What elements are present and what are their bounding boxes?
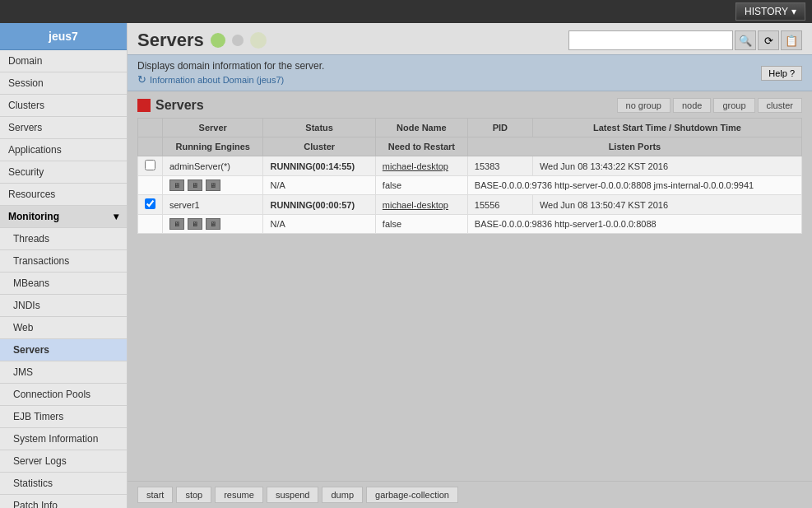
sidebar-item-connection-pools[interactable]: Connection Pools xyxy=(0,384,127,406)
th-status: Status xyxy=(263,119,375,137)
action-stop[interactable]: stop xyxy=(176,487,211,503)
action-dump[interactable]: dump xyxy=(322,487,363,503)
engine-icon-2: 🖥 xyxy=(188,179,202,191)
row2-start-time: Wed Jun 08 13:50:47 KST 2016 xyxy=(532,195,801,215)
engine-icon-1: 🖥 xyxy=(169,179,184,191)
sidebar-item-session[interactable]: Session xyxy=(0,72,127,95)
sidebar-item-jndis[interactable]: JNDIs xyxy=(0,295,127,317)
row1-pid: 15383 xyxy=(467,156,532,176)
help-button[interactable]: Help ? xyxy=(761,66,802,81)
row1-sub-empty xyxy=(138,176,163,195)
sidebar-title: jeus7 xyxy=(0,23,127,50)
row1-status: RUNNING(00:14:55) xyxy=(263,156,375,176)
row1-checkbox[interactable] xyxy=(145,160,155,170)
row2-checkbox[interactable] xyxy=(145,198,155,209)
filter-buttons: no group node group cluster xyxy=(617,98,802,113)
sidebar-item-system-info[interactable]: System Information xyxy=(0,428,127,450)
section-title: Servers xyxy=(137,98,204,113)
engine-icon-3: 🖥 xyxy=(206,179,220,191)
engine-icon-4: 🖥 xyxy=(169,218,184,230)
sidebar-item-clusters[interactable]: Clusters xyxy=(0,95,127,117)
th-pid: PID xyxy=(467,119,532,137)
sidebar-item-ejb-timers[interactable]: EJB Timers xyxy=(0,406,127,428)
help-label: Help xyxy=(768,68,787,78)
info-bar-content: Displays domain information for the serv… xyxy=(137,60,324,86)
filter-no-group[interactable]: no group xyxy=(617,98,670,113)
decoration-dot-green xyxy=(211,33,225,48)
row1-node[interactable]: michael-desktop xyxy=(375,156,467,176)
table-row-sub: 🖥 🖥 🖥 N/A false BASE-0.0.0.0:9836 http-s… xyxy=(138,215,802,234)
refresh-icon: ↻ xyxy=(137,73,146,86)
history-button[interactable]: HISTORY ▾ xyxy=(735,2,805,21)
sidebar-item-servers-mon[interactable]: Servers xyxy=(0,339,127,361)
row2-checkbox-cell[interactable] xyxy=(138,195,163,215)
export-button[interactable]: 📋 xyxy=(781,30,802,50)
row2-need-restart: false xyxy=(375,215,467,234)
header-decorations xyxy=(211,32,267,49)
sidebar-item-mbeans[interactable]: MBeans xyxy=(0,273,127,295)
refresh-button[interactable]: ⟳ xyxy=(758,30,779,50)
section-title-text: Servers xyxy=(155,98,204,113)
table-area: Servers no group node group cluster Serv… xyxy=(128,91,812,481)
refresh-text: Information about Domain (jeus7) xyxy=(150,75,284,85)
sidebar-item-transactions[interactable]: Transactions xyxy=(0,250,127,273)
row2-server: server1 xyxy=(163,195,263,215)
th-listen-ports: Listen Ports xyxy=(467,137,801,156)
th-need-restart: Need to Restart xyxy=(375,137,467,156)
row1-checkbox-cell[interactable] xyxy=(138,156,163,176)
action-suspend[interactable]: suspend xyxy=(267,487,319,503)
info-bar-text: Displays domain information for the serv… xyxy=(137,60,324,72)
action-resume[interactable]: resume xyxy=(215,487,263,503)
filter-cluster[interactable]: cluster xyxy=(758,98,802,113)
section-title-bar: Servers no group node group cluster xyxy=(137,98,802,113)
row2-sub-empty xyxy=(138,215,163,234)
sidebar-item-servers[interactable]: Servers xyxy=(0,117,127,139)
action-garbage-collection[interactable]: garbage-collection xyxy=(366,487,458,503)
sidebar-item-web[interactable]: Web xyxy=(0,317,127,339)
page-title-area: Servers xyxy=(137,30,267,51)
row1-server: adminServer(*) xyxy=(163,156,263,176)
row1-engine-icons: 🖥 🖥 🖥 xyxy=(169,179,256,191)
th-node-name: Node Name xyxy=(375,119,467,137)
row2-engine-icons: 🖥 🖥 🖥 xyxy=(169,218,256,230)
monitoring-arrow: ▾ xyxy=(114,211,118,222)
action-start[interactable]: start xyxy=(137,487,173,503)
monitoring-label: Monitoring xyxy=(8,211,59,222)
filter-node[interactable]: node xyxy=(673,98,711,113)
sidebar-item-security[interactable]: Security xyxy=(0,161,127,184)
th-sub-empty xyxy=(138,137,163,156)
section-icon xyxy=(137,99,151,112)
page-title: Servers xyxy=(137,30,204,51)
sidebar-item-domain[interactable]: Domain xyxy=(0,50,127,72)
search-input[interactable] xyxy=(568,30,733,50)
th-start-time: Latest Start Time / Shutdown Time xyxy=(532,119,801,137)
th-checkbox xyxy=(138,119,163,137)
sidebar-item-patch-info[interactable]: Patch Info xyxy=(0,495,127,508)
row2-listen-ports: BASE-0.0.0.0:9836 http-server1-0.0.0.0:8… xyxy=(467,215,801,234)
engine-icon-6: 🖥 xyxy=(206,218,220,230)
filter-group[interactable]: group xyxy=(713,98,754,113)
sidebar-item-server-logs[interactable]: Server Logs xyxy=(0,450,127,473)
row2-node[interactable]: michael-desktop xyxy=(375,195,467,215)
monitoring-header[interactable]: Monitoring ▾ xyxy=(0,206,127,228)
history-label: HISTORY xyxy=(745,6,788,17)
sidebar-item-resources[interactable]: Resources xyxy=(0,184,127,206)
help-area: Help ? xyxy=(761,66,802,81)
table-row: adminServer(*) RUNNING(00:14:55) michael… xyxy=(138,156,802,176)
sidebar-item-statistics[interactable]: Statistics xyxy=(0,473,127,495)
sidebar-item-jms[interactable]: JMS xyxy=(0,361,127,384)
decoration-dot-gray xyxy=(232,35,244,46)
history-arrow: ▾ xyxy=(791,6,796,17)
sidebar-item-threads[interactable]: Threads xyxy=(0,228,127,250)
content-header: Servers 🔍 ⟳ 📋 xyxy=(128,23,812,54)
table-row-sub: 🖥 🖥 🖥 N/A false BASE-0.0.0.0:9736 http-s… xyxy=(138,176,802,195)
row1-engines: 🖥 🖥 🖥 xyxy=(163,176,263,195)
table-row: server1 RUNNING(00:00:57) michael-deskto… xyxy=(138,195,802,215)
search-bar: 🔍 ⟳ 📋 xyxy=(568,30,802,50)
refresh-link[interactable]: ↻ Information about Domain (jeus7) xyxy=(137,73,324,86)
sidebar-item-applications[interactable]: Applications xyxy=(0,139,127,161)
info-bar: Displays domain information for the serv… xyxy=(128,54,812,91)
th-server: Server xyxy=(163,119,263,137)
search-button[interactable]: 🔍 xyxy=(735,30,756,50)
row1-listen-ports: BASE-0.0.0.0:9736 http-server-0.0.0.0:88… xyxy=(467,176,801,195)
